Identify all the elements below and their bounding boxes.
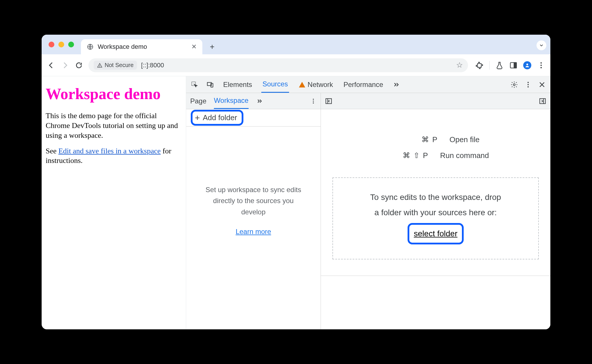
svg-point-17 (313, 102, 314, 103)
device-toolbar-icon[interactable] (206, 81, 214, 88)
divider (489, 61, 490, 70)
forward-button[interactable] (61, 61, 69, 70)
navigator-more-tabs-icon[interactable] (256, 93, 263, 109)
svg-point-4 (526, 64, 528, 65)
dropzone-text-2: a folder with your sources here or: (342, 205, 530, 220)
collapse-left-icon[interactable] (325, 97, 332, 105)
shortcut-keys: ⌘ P (392, 135, 438, 144)
window-zoom-button[interactable] (68, 42, 74, 47)
page-heading: Workspace demo (46, 84, 182, 104)
navigator-kebab-icon[interactable] (310, 98, 317, 104)
devtools-body: Page Workspace + Add folder (186, 93, 550, 329)
globe-icon (87, 43, 94, 50)
tab-performance[interactable]: Performance (342, 76, 384, 93)
devtools-settings-icon[interactable] (510, 81, 518, 88)
shortcut-label: Open file (449, 135, 480, 144)
svg-point-1 (100, 66, 100, 67)
chrome-menu-icon[interactable] (537, 61, 545, 69)
navigator-tabs: Page Workspace (186, 93, 321, 109)
collapse-right-icon[interactable] (539, 97, 546, 105)
not-secure-badge[interactable]: Not Secure (94, 61, 137, 70)
bottom-pane (321, 276, 550, 329)
dropzone-text-1: To sync edits to the workspace, drop (342, 190, 530, 205)
page-paragraph-1: This is the demo page for the official C… (46, 111, 182, 140)
sources-editor: ⌘ P Open file ⌘ ⇧ P Run command To sync … (321, 93, 550, 329)
tab-elements[interactable]: Elements (222, 76, 253, 93)
shortcut-open-file: ⌘ P Open file (392, 135, 480, 144)
svg-point-6 (541, 64, 542, 66)
page-paragraph-2: See Edit and save files in a workspace f… (46, 146, 182, 166)
side-panel-icon[interactable] (509, 61, 517, 69)
warning-icon (298, 81, 306, 88)
window-minimize-button[interactable] (58, 42, 64, 47)
shortcut-label: Run command (440, 151, 489, 160)
navigator-tab-workspace[interactable]: Workspace (214, 93, 249, 109)
back-button[interactable] (47, 61, 56, 70)
add-folder-button[interactable]: + Add folder (191, 110, 243, 126)
content-area: Workspace demo This is the demo page for… (42, 76, 550, 329)
inspect-element-icon[interactable] (191, 81, 198, 88)
svg-point-11 (513, 83, 515, 86)
navigator-tab-page[interactable]: Page (190, 93, 206, 109)
svg-point-15 (313, 99, 314, 100)
page-content: Workspace demo This is the demo page for… (42, 76, 186, 329)
window-controls (49, 42, 74, 47)
url-text: [::]:8000 (141, 62, 164, 69)
workspace-dropzone[interactable]: To sync edits to the workspace, drop a f… (332, 177, 539, 259)
svg-point-16 (313, 101, 314, 102)
browser-toolbar: Not Secure [::]:8000 ☆ (42, 54, 550, 76)
labs-icon[interactable] (495, 61, 504, 69)
devtools-close-icon[interactable] (538, 81, 546, 88)
shortcut-run-command: ⌘ ⇧ P Run command (382, 151, 489, 160)
shortcut-keys: ⌘ ⇧ P (382, 151, 428, 160)
learn-more-link[interactable]: Learn more (236, 226, 271, 237)
devtools-panel: Elements Sources Network Performance (186, 76, 550, 329)
shortcut-hints: ⌘ P Open file ⌘ ⇧ P Run command (321, 109, 550, 160)
extensions-icon[interactable] (476, 61, 484, 69)
editor-toolbar (321, 93, 550, 109)
tab-network[interactable]: Network (297, 76, 334, 93)
select-folder-link[interactable]: select folder (408, 223, 464, 244)
address-bar[interactable]: Not Secure [::]:8000 ☆ (88, 58, 468, 72)
svg-point-5 (541, 62, 542, 64)
not-secure-label: Not Secure (105, 62, 134, 68)
toolbar-right (473, 61, 545, 70)
plus-icon: + (195, 114, 200, 122)
devtools-kebab-icon[interactable] (524, 81, 532, 88)
tab-close-button[interactable]: ✕ (191, 43, 197, 51)
profile-avatar[interactable] (523, 61, 531, 69)
add-folder-label: Add folder (203, 113, 237, 122)
workspace-hint: Set up workspace to sync edits directly … (186, 127, 321, 329)
bookmark-button[interactable]: ☆ (456, 61, 463, 70)
tab-overflow-button[interactable] (536, 40, 546, 50)
add-folder-row: + Add folder (186, 109, 321, 127)
sources-navigator: Page Workspace + Add folder (186, 93, 321, 329)
tab-strip: Workspace demo ✕ + (42, 35, 550, 54)
tab-sources[interactable]: Sources (261, 76, 289, 93)
svg-point-13 (528, 84, 529, 85)
svg-point-7 (541, 67, 542, 68)
workspace-hint-text: Set up workspace to sync edits directly … (204, 184, 303, 218)
devtools-more-tabs-icon[interactable] (393, 81, 400, 88)
tutorial-link[interactable]: Edit and save files in a workspace (58, 147, 161, 155)
browser-window: Workspace demo ✕ + Not Secure [::]:8000 … (42, 35, 550, 329)
browser-tab[interactable]: Workspace demo ✕ (81, 39, 202, 54)
svg-point-14 (528, 86, 529, 87)
window-close-button[interactable] (49, 42, 54, 47)
svg-rect-3 (514, 62, 516, 68)
reload-button[interactable] (75, 61, 83, 70)
new-tab-button[interactable]: + (206, 40, 219, 53)
devtools-top-bar: Elements Sources Network Performance (186, 76, 550, 93)
svg-point-12 (528, 82, 529, 83)
tab-title: Workspace demo (98, 43, 147, 51)
